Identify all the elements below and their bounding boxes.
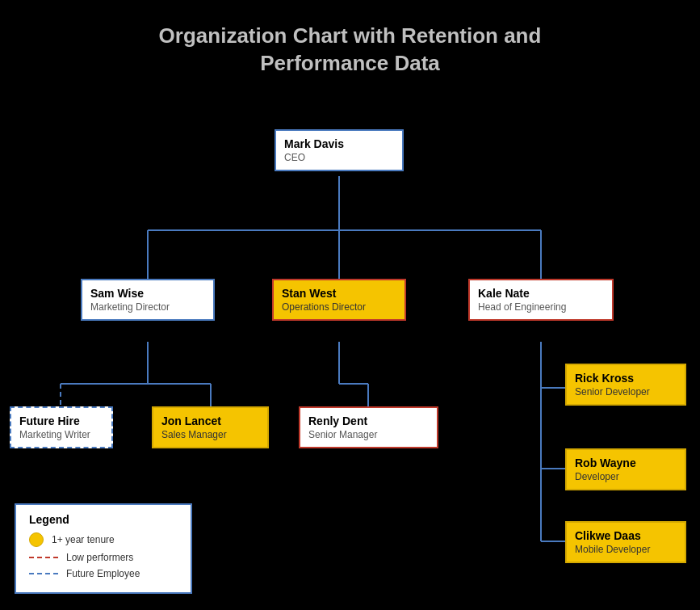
node-jon-lancet[interactable]: Jon Lancet Sales Manager: [152, 406, 269, 448]
sam-wise-role: Marketing Director: [90, 301, 205, 313]
node-kale-nate[interactable]: Kale Nate Head of Engineering: [468, 279, 614, 321]
rick-kross-role: Senior Developer: [575, 386, 677, 398]
mark-davis-role: CEO: [284, 152, 394, 163]
clikwe-daas-role: Mobile Developer: [575, 544, 677, 555]
page-title: Organization Chart with Retention and Pe…: [0, 0, 700, 78]
rob-wayne-role: Developer: [575, 471, 677, 482]
chart-area: Mark Davis CEO Sam Wise Marketing Direct…: [0, 113, 700, 610]
future-hire-name: Future Hire: [19, 414, 103, 427]
jon-lancet-role: Sales Manager: [161, 429, 259, 440]
renly-dent-name: Renly Dent: [308, 414, 429, 427]
node-sam-wise[interactable]: Sam Wise Marketing Director: [81, 279, 215, 321]
legend: Legend 1+ year tenure Low performers Fut…: [15, 503, 192, 594]
kale-nate-name: Kale Nate: [478, 287, 604, 300]
legend-tenure-label: 1+ year tenure: [52, 534, 115, 545]
node-rick-kross[interactable]: Rick Kross Senior Developer: [565, 364, 686, 406]
renly-dent-role: Senior Manager: [308, 429, 429, 440]
legend-item-future-employee: Future Employee: [29, 568, 178, 579]
node-stan-west[interactable]: Stan West Operations Director: [272, 279, 406, 321]
mark-davis-name: Mark Davis: [284, 137, 394, 150]
legend-item-tenure: 1+ year tenure: [29, 532, 178, 547]
kale-nate-role: Head of Engineering: [478, 301, 604, 313]
jon-lancet-name: Jon Lancet: [161, 414, 259, 427]
legend-circle-icon: [29, 532, 44, 547]
legend-dashed-blue-icon: [29, 573, 58, 574]
rob-wayne-name: Rob Wayne: [575, 456, 677, 469]
node-mark-davis[interactable]: Mark Davis CEO: [275, 129, 404, 171]
node-renly-dent[interactable]: Renly Dent Senior Manager: [299, 406, 438, 448]
clikwe-daas-name: Clikwe Daas: [575, 529, 677, 542]
node-rob-wayne[interactable]: Rob Wayne Developer: [565, 448, 686, 490]
future-hire-role: Marketing Writer: [19, 429, 103, 440]
sam-wise-name: Sam Wise: [90, 287, 205, 300]
legend-dashed-red-icon: [29, 557, 58, 558]
stan-west-name: Stan West: [282, 287, 396, 300]
node-future-hire[interactable]: Future Hire Marketing Writer: [10, 406, 113, 448]
legend-low-performers-label: Low performers: [66, 552, 133, 563]
node-clikwe-daas[interactable]: Clikwe Daas Mobile Developer: [565, 521, 686, 563]
legend-title: Legend: [29, 513, 178, 526]
stan-west-role: Operations Director: [282, 301, 396, 313]
legend-future-employee-label: Future Employee: [66, 568, 140, 579]
rick-kross-name: Rick Kross: [575, 372, 677, 385]
legend-item-low-performers: Low performers: [29, 552, 178, 563]
